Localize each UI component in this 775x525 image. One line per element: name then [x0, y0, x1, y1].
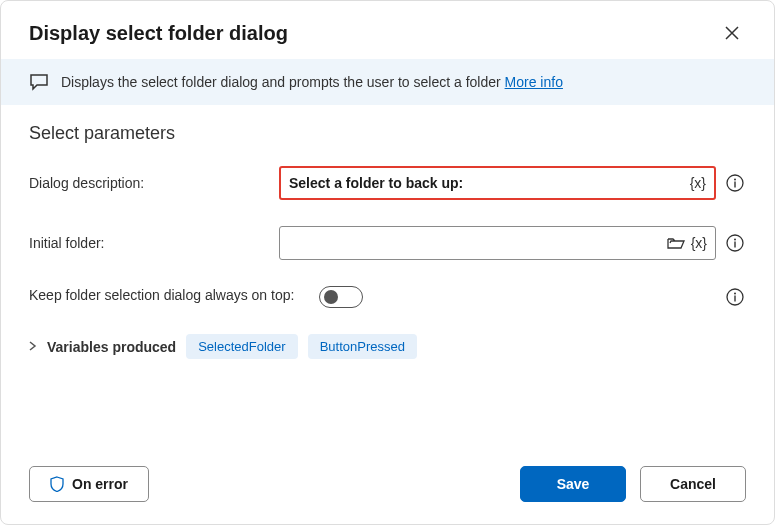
dialog-footer: On error Save Cancel — [1, 450, 774, 524]
toggle-knob — [324, 290, 338, 304]
info-button[interactable] — [724, 172, 746, 194]
save-button[interactable]: Save — [520, 466, 626, 502]
info-icon — [726, 288, 744, 306]
comment-icon — [29, 73, 49, 91]
svg-rect-8 — [734, 296, 735, 302]
initial-folder-input-box[interactable]: {x} — [279, 226, 716, 260]
initial-folder-label: Initial folder: — [29, 235, 269, 251]
svg-rect-2 — [734, 182, 735, 188]
on-error-button[interactable]: On error — [29, 466, 149, 502]
svg-point-1 — [734, 179, 736, 181]
variable-icon[interactable]: {x} — [691, 235, 707, 251]
close-icon — [725, 26, 739, 40]
dialog-description-label: Dialog description: — [29, 175, 269, 191]
variable-chip[interactable]: ButtonPressed — [308, 334, 417, 359]
info-button[interactable] — [724, 286, 746, 308]
variables-produced-row: Variables produced SelectedFolder Button… — [29, 334, 746, 359]
folder-browse-icon[interactable] — [667, 236, 685, 250]
keep-on-top-row: Keep folder selection dialog always on t… — [29, 286, 746, 308]
section-title: Select parameters — [29, 123, 746, 144]
chevron-right-icon[interactable] — [29, 340, 37, 354]
svg-point-4 — [734, 239, 736, 241]
dialog-description-input-box[interactable]: {x} — [279, 166, 716, 200]
cancel-button[interactable]: Cancel — [640, 466, 746, 502]
more-info-link[interactable]: More info — [505, 74, 563, 90]
dialog-header: Display select folder dialog — [1, 1, 774, 59]
initial-folder-input[interactable] — [288, 235, 661, 251]
dialog-title: Display select folder dialog — [29, 22, 288, 45]
info-banner: Displays the select folder dialog and pr… — [1, 59, 774, 105]
shield-icon — [50, 476, 64, 492]
keep-on-top-label: Keep folder selection dialog always on t… — [29, 286, 309, 306]
variable-icon[interactable]: {x} — [690, 175, 706, 191]
svg-point-7 — [734, 293, 736, 295]
close-button[interactable] — [718, 19, 746, 47]
info-icon — [726, 174, 744, 192]
dialog-description-input[interactable] — [289, 175, 684, 191]
parameters-section: Select parameters Dialog description: {x… — [1, 105, 774, 450]
variables-label: Variables produced — [47, 339, 176, 355]
initial-folder-row: Initial folder: {x} — [29, 226, 746, 260]
variable-chip[interactable]: SelectedFolder — [186, 334, 297, 359]
keep-on-top-toggle[interactable] — [319, 286, 363, 308]
dialog-description-row: Dialog description: {x} — [29, 166, 746, 200]
banner-text: Displays the select folder dialog and pr… — [61, 74, 563, 90]
info-button[interactable] — [724, 232, 746, 254]
info-icon — [726, 234, 744, 252]
svg-rect-5 — [734, 242, 735, 248]
